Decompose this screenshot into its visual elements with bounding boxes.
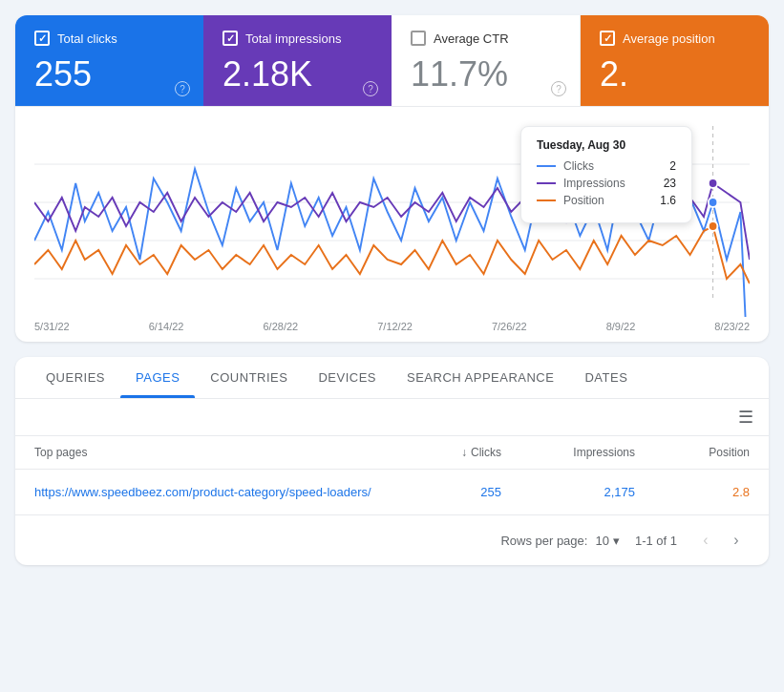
col-header-position: Position (635, 446, 750, 459)
chart-area: Tuesday, Aug 30 Clicks 2 Impressions 23 … (15, 107, 769, 342)
position-line-icon (537, 199, 556, 201)
clicks-checkbox[interactable] (34, 31, 50, 46)
metric-position[interactable]: Average position 2. (581, 15, 769, 106)
metric-ctr[interactable]: Average CTR 11.7% ? (392, 15, 581, 106)
bottom-card: QUERIES PAGES COUNTRIES DEVICES SEARCH A… (15, 357, 769, 565)
x-label-6: 8/23/22 (714, 321, 750, 332)
metric-clicks[interactable]: Total clicks 255 ? (15, 15, 203, 106)
tooltip-position-label: Position (563, 194, 652, 207)
page-info: 1-1 of 1 (635, 534, 677, 548)
tooltip-clicks-label: Clicks (563, 159, 662, 173)
rows-per-page: Rows per page: 10 ▾ (500, 534, 620, 548)
x-label-5: 8/9/22 (606, 321, 636, 332)
col-header-clicks: ↓ Clicks (387, 446, 501, 459)
impressions-label: Total impressions (245, 31, 341, 46)
chart-tooltip: Tuesday, Aug 30 Clicks 2 Impressions 23 … (520, 126, 692, 223)
prev-page-button[interactable]: ‹ (692, 527, 719, 554)
impressions-value: 2.18K (222, 53, 372, 94)
filter-bar: ☰ (15, 399, 769, 436)
tooltip-clicks-value: 2 (669, 159, 676, 173)
tooltip-position-row: Position 1.6 (537, 194, 676, 207)
pagination: Rows per page: 10 ▾ 1-1 of 1 ‹ › (15, 515, 769, 565)
cell-page-url[interactable]: https://www.speedbeez.com/product-catego… (34, 485, 387, 499)
ctr-checkbox[interactable] (411, 31, 426, 46)
impressions-help-icon[interactable]: ? (363, 81, 378, 96)
position-checkbox[interactable] (600, 31, 615, 46)
clicks-value: 255 (34, 53, 184, 94)
impressions-checkbox[interactable] (222, 31, 238, 46)
chart-container: Tuesday, Aug 30 Clicks 2 Impressions 23 … (34, 126, 750, 317)
clicks-help-icon[interactable]: ? (175, 81, 190, 96)
tab-search-appearance[interactable]: SEARCH APPEARANCE (392, 357, 569, 398)
rows-per-page-label: Rows per page: (500, 534, 587, 548)
rows-dropdown-icon: ▾ (613, 534, 620, 548)
cell-page-impressions: 2,175 (501, 485, 635, 499)
svg-point-7 (709, 221, 718, 231)
metric-impressions[interactable]: Total impressions 2.18K ? (203, 15, 392, 106)
ctr-help-icon[interactable]: ? (551, 81, 566, 96)
tooltip-impressions-value: 23 (664, 177, 676, 190)
filter-icon[interactable]: ☰ (738, 407, 753, 428)
tooltip-impressions-label: Impressions (563, 177, 656, 190)
tab-countries[interactable]: COUNTRIES (195, 357, 303, 398)
svg-point-5 (709, 198, 718, 207)
cell-page-position: 2.8 (635, 485, 750, 499)
metrics-row: Total clicks 255 ? Total impressions 2.1… (15, 15, 769, 107)
table-header: Top pages ↓ Clicks Impressions Position (15, 436, 769, 470)
tab-devices[interactable]: DEVICES (303, 357, 392, 398)
clicks-label: Total clicks (57, 31, 117, 46)
sort-arrow-icon: ↓ (461, 446, 467, 459)
clicks-line-icon (537, 165, 556, 167)
metric-clicks-header: Total clicks (34, 31, 184, 46)
table-row: https://www.speedbeez.com/product-catego… (15, 470, 769, 515)
tab-pages[interactable]: PAGES (120, 357, 195, 398)
tab-dates[interactable]: DATES (569, 357, 643, 398)
cell-page-clicks: 255 (387, 485, 501, 499)
svg-point-6 (709, 178, 718, 188)
ctr-value: 11.7% (411, 53, 561, 94)
metric-impressions-header: Total impressions (222, 31, 372, 46)
main-chart-card: Total clicks 255 ? Total impressions 2.1… (15, 15, 769, 342)
tooltip-impressions-row: Impressions 23 (537, 177, 676, 190)
x-label-1: 6/14/22 (149, 321, 184, 332)
next-page-button[interactable]: › (723, 527, 750, 554)
page-navigation: ‹ › (692, 527, 750, 554)
ctr-label: Average CTR (434, 31, 509, 46)
metric-position-header: Average position (600, 31, 750, 46)
tooltip-position-value: 1.6 (660, 194, 676, 207)
metric-ctr-header: Average CTR (411, 31, 561, 46)
x-label-4: 7/26/22 (492, 321, 527, 332)
tab-queries[interactable]: QUERIES (31, 357, 120, 398)
tabs-row: QUERIES PAGES COUNTRIES DEVICES SEARCH A… (15, 357, 769, 399)
tooltip-date: Tuesday, Aug 30 (537, 138, 676, 152)
position-value: 2. (600, 53, 750, 94)
x-label-0: 5/31/22 (34, 321, 70, 332)
x-label-2: 6/28/22 (263, 321, 298, 332)
col-header-impressions: Impressions (501, 446, 635, 459)
x-label-3: 7/12/22 (377, 321, 413, 332)
rows-select[interactable]: 10 ▾ (595, 534, 619, 548)
col-header-page: Top pages (34, 446, 387, 459)
impressions-line-icon (537, 182, 556, 184)
rows-value: 10 (595, 534, 608, 548)
x-axis: 5/31/22 6/14/22 6/28/22 7/12/22 7/26/22 … (34, 317, 750, 332)
tooltip-clicks-row: Clicks 2 (537, 159, 676, 173)
position-label: Average position (623, 31, 715, 46)
